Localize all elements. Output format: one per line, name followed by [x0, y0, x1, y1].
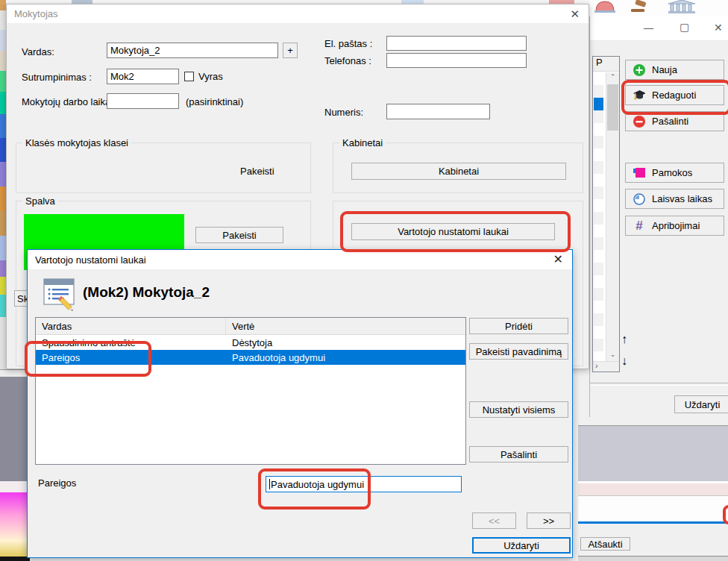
close-icon[interactable]: ✕ — [714, 22, 723, 34]
horizontal-scrollbar[interactable]: › — [593, 361, 619, 372]
rooms-button[interactable]: Kabinetai — [351, 163, 566, 180]
phone-label: Telefonas : — [324, 55, 371, 66]
table-header: Vardas Vertė — [36, 318, 465, 335]
notepad-pencil-icon — [43, 278, 77, 312]
teacher-list: P ⌃ ⌄ › — [592, 56, 620, 372]
scrollbar-thumb[interactable] — [607, 84, 618, 131]
table-row[interactable]: Spausdinimo antraštė Dėstytoja — [36, 335, 465, 350]
lessons-icon — [633, 167, 645, 179]
email-input[interactable] — [386, 36, 527, 51]
color-group-title: Spalva — [22, 195, 58, 207]
edit-field-label: Pareigos — [38, 477, 76, 489]
worktime-input[interactable] — [107, 93, 179, 109]
separator — [590, 383, 728, 386]
number-input[interactable] — [386, 104, 490, 119]
background-gradient — [0, 492, 27, 557]
vertical-scrollbar[interactable]: ⌃ ⌄ — [606, 72, 619, 361]
edit-field-input[interactable]: Pavaduotoja ugdymui — [266, 476, 462, 492]
teacher-list-window: — ▢ ✕ P ⌃ ⌄ › — [589, 16, 728, 417]
minus-circle-icon — [633, 116, 645, 128]
custom-fields-button[interactable]: Vartotojo nustatomi laukai — [351, 223, 555, 240]
rooms-group: Kabinetai Kabinetai — [333, 142, 583, 193]
gavel-icon[interactable] — [625, 0, 650, 13]
column-header-label: P — [596, 57, 603, 68]
email-label: El. paštas : — [324, 38, 372, 49]
class-teacher-group: Klasės mokytojas klasei Pakeisti — [16, 142, 311, 193]
free-time-button-label: Laisvas laikas — [652, 193, 712, 204]
dialog-close-button[interactable]: Uždaryti — [472, 537, 571, 554]
new-button-label: Nauja — [652, 64, 677, 75]
background-bottom-right: Atšaukti — [578, 417, 728, 561]
add-field-button[interactable]: Pridėti — [469, 318, 568, 334]
abbreviation-value: Mok2 — [110, 71, 134, 82]
class-teacher-change-button[interactable]: Pakeisti — [240, 166, 274, 177]
edit-button-label: Redaguoti — [652, 90, 696, 101]
rename-field-label: Pakeisti pavadinimą — [476, 346, 562, 357]
edit-field-value: Pavaduotoja ugdymui — [271, 479, 364, 490]
lessons-button[interactable]: Pamokos — [625, 163, 724, 183]
dialog-close-label: Uždaryti — [503, 540, 539, 551]
close-icon[interactable]: ✕ — [570, 8, 580, 19]
remove-field-button[interactable]: Pašalinti — [469, 446, 568, 463]
custom-fields-table: Vardas Vertė Spausdinimo antraštė Dėstyt… — [35, 317, 466, 465]
male-checkbox[interactable] — [184, 72, 194, 81]
list-rows[interactable] — [594, 72, 603, 361]
new-button[interactable]: Nauja — [625, 60, 724, 80]
window-close-button[interactable]: Uždaryti — [674, 395, 728, 413]
custom-fields-heading: (Mok2) Mokytoja_2 — [83, 284, 210, 301]
male-checkbox-label: Vyras — [198, 71, 223, 82]
set-all-label: Nustatyti visiems — [483, 404, 556, 416]
background-block — [0, 377, 27, 481]
abbreviation-input[interactable]: Mok2 — [107, 69, 179, 84]
set-all-button[interactable]: Nustatyti visiems — [469, 401, 568, 418]
move-up-arrow[interactable]: ↑ — [621, 333, 627, 346]
scroll-down-icon[interactable]: ⌄ — [606, 350, 619, 361]
annotation-fragment — [723, 505, 728, 524]
clock-icon — [633, 193, 645, 205]
close-icon[interactable]: ✕ — [553, 254, 563, 266]
background-block — [0, 481, 27, 492]
constraints-button[interactable]: # Apribojimai — [625, 216, 724, 236]
list-column-header[interactable]: P — [593, 57, 619, 72]
delete-button[interactable]: Pašalinti — [625, 111, 724, 131]
free-time-button[interactable]: Laisvas laikas — [625, 189, 724, 209]
scroll-up-icon[interactable]: ⌃ — [606, 72, 619, 84]
name-label: Vardas: — [22, 46, 54, 57]
cancel-button[interactable]: Atšaukti — [580, 537, 630, 551]
minimize-icon[interactable]: — — [644, 22, 653, 34]
background-block — [0, 557, 30, 561]
color-change-label: Pakeisti — [222, 230, 257, 241]
name-input[interactable]: Mokytoja_2 — [107, 43, 278, 58]
teacher-list-titlebar: — ▢ ✕ — [590, 16, 728, 41]
add-name-label: + — [287, 45, 293, 56]
custom-fields-button-label: Vartotojo nustatomi laukai — [398, 226, 509, 237]
maximize-icon[interactable]: ▢ — [680, 21, 689, 33]
hash-icon: # — [633, 220, 645, 232]
worktime-hint: (pasirinktinai) — [186, 96, 243, 107]
phone-input[interactable] — [386, 53, 527, 68]
window-close-label: Uždaryti — [685, 399, 721, 410]
plus-circle-icon — [633, 64, 645, 76]
list-selected-row[interactable] — [594, 98, 603, 110]
alarm-icon[interactable] — [594, 0, 616, 13]
text-caret — [269, 479, 270, 489]
move-down-arrow[interactable]: ↓ — [621, 354, 627, 368]
custom-fields-dialog-title: Vartotojo nustatomi laukai — [35, 254, 146, 266]
table-header-name[interactable]: Vardas — [36, 318, 226, 334]
app-toolbar — [589, 0, 728, 17]
rooms-button-label: Kabinetai — [439, 166, 479, 177]
number-label: Numeris: — [324, 107, 363, 118]
bank-icon[interactable] — [667, 0, 697, 13]
add-name-button[interactable]: + — [283, 43, 298, 58]
next-button[interactable]: >> — [527, 513, 571, 529]
custom-fields-titlebar: Vartotojo nustatomi laukai ✕ — [28, 250, 572, 269]
edit-button[interactable]: Redaguoti — [625, 85, 724, 105]
rename-field-button[interactable]: Pakeisti pavadinimą — [469, 343, 568, 360]
scroll-right-icon[interactable]: › — [595, 361, 598, 370]
previous-button[interactable]: << — [472, 513, 516, 529]
lessons-button-label: Pamokos — [652, 167, 692, 178]
table-row-selected[interactable]: Pareigos Pavaduotoja ugdymui — [36, 350, 465, 365]
table-header-value[interactable]: Vertė — [226, 318, 254, 334]
screen: — ▢ ✕ P ⌃ ⌄ › — [0, 0, 728, 561]
color-change-button[interactable]: Pakeisti — [195, 227, 283, 243]
